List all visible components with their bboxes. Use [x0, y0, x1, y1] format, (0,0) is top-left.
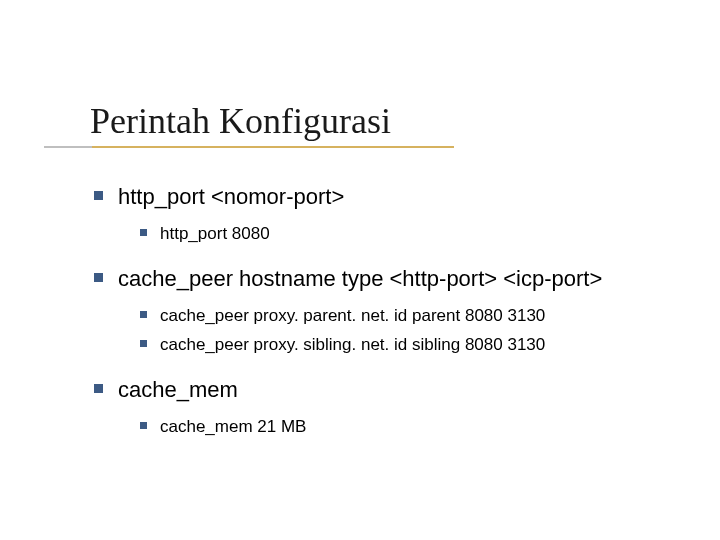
list-item-label: http_port <nomor-port>	[118, 182, 672, 212]
list-item: cache_mem 21 MB	[160, 415, 672, 440]
list-item-label: cache_mem	[118, 375, 672, 405]
bullet-list-level2: cache_peer proxy. parent. net. id parent…	[118, 304, 672, 357]
list-item: cache_peer hostname type <http-port> <ic…	[118, 264, 672, 357]
square-bullet-icon	[140, 422, 147, 429]
list-item: cache_peer proxy. parent. net. id parent…	[160, 304, 672, 329]
square-bullet-icon	[94, 273, 103, 282]
list-item-label: cache_peer hostname type <http-port> <ic…	[118, 264, 672, 294]
underline-accent-gold	[92, 146, 454, 148]
list-item: http_port <nomor-port> http_port 8080	[118, 182, 672, 246]
list-item-label: cache_peer proxy. sibling. net. id sibli…	[160, 333, 672, 358]
bullet-list-level2: http_port 8080	[118, 222, 672, 247]
underline-accent-grey	[44, 146, 92, 148]
slide-title: Perintah Konfigurasi	[90, 100, 672, 142]
list-item-label: cache_peer proxy. parent. net. id parent…	[160, 304, 672, 329]
square-bullet-icon	[140, 340, 147, 347]
title-underline	[44, 146, 454, 148]
list-item-label: http_port 8080	[160, 222, 672, 247]
list-item: http_port 8080	[160, 222, 672, 247]
square-bullet-icon	[140, 311, 147, 318]
title-text: Perintah Konfigurasi	[90, 101, 391, 141]
list-item: cache_peer proxy. sibling. net. id sibli…	[160, 333, 672, 358]
list-item-label: cache_mem 21 MB	[160, 415, 672, 440]
bullet-list-level1: http_port <nomor-port> http_port 8080 ca…	[90, 182, 672, 440]
slide: Perintah Konfigurasi http_port <nomor-po…	[0, 0, 720, 440]
bullet-list-level2: cache_mem 21 MB	[118, 415, 672, 440]
square-bullet-icon	[94, 191, 103, 200]
square-bullet-icon	[140, 229, 147, 236]
list-item: cache_mem cache_mem 21 MB	[118, 375, 672, 439]
square-bullet-icon	[94, 384, 103, 393]
